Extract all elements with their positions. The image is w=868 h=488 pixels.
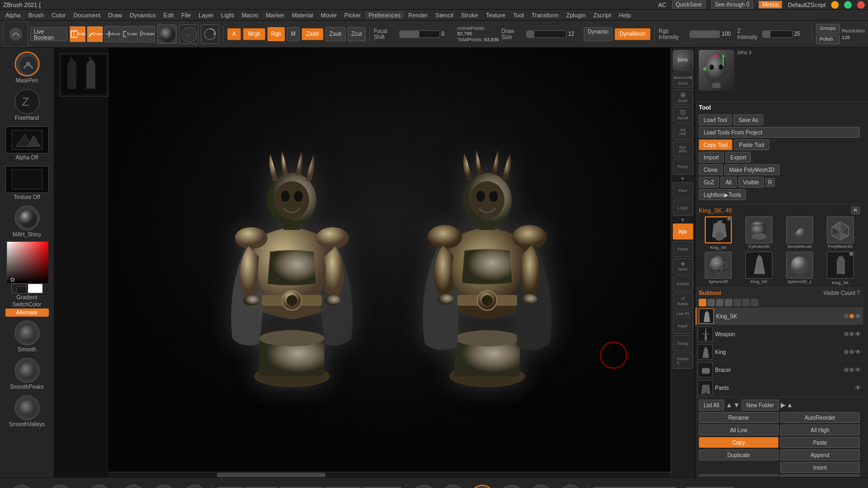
fg-color[interactable] <box>28 284 43 293</box>
texture-item[interactable]: Texture Off <box>2 164 52 202</box>
freehand-brush-item[interactable]: Z FreeHand <box>2 87 52 123</box>
bot-inflat[interactable]: Inflat <box>182 485 208 489</box>
rgb-intensity-slider[interactable] <box>690 30 720 38</box>
subtool-icon-1[interactable] <box>699 299 706 306</box>
tool-item-cylinder[interactable]: Cylinder3D <box>739 216 778 250</box>
rename-btn[interactable]: Rename <box>699 412 778 423</box>
menu-transform[interactable]: Transform <box>528 11 562 19</box>
persp-btn[interactable]: Persp <box>673 158 693 175</box>
move-nav-btn[interactable]: ✥ Move <box>673 258 693 274</box>
liveboolean-btn[interactable]: Live Boolean <box>30 27 68 41</box>
load-tools-project-btn[interactable]: Load Tools From Project <box>699 127 860 138</box>
win-max-btn[interactable] <box>844 1 852 9</box>
subtool-dot-k2[interactable] <box>850 350 854 354</box>
frame-btn[interactable]: Frame <box>673 241 693 257</box>
subtool-king-sk[interactable]: King_SK 👁 <box>695 307 863 325</box>
smoothpeaks-brush-item[interactable]: SmoothPeaks <box>2 356 52 391</box>
canvas-scrollbar-h[interactable] <box>108 472 671 477</box>
tool-item-king3[interactable]: 5 King_SK <box>821 252 860 285</box>
menu-dynamics[interactable]: Dynamics <box>126 11 159 19</box>
subtool-icon-5[interactable] <box>733 299 741 306</box>
viewport[interactable] <box>108 48 671 477</box>
color-swatch-area[interactable] <box>7 241 48 282</box>
load-tool-btn[interactable]: Load Tool <box>699 114 732 125</box>
subtool-icon-4[interactable] <box>725 299 732 306</box>
maskpen-brush-item[interactable]: MaskPen <box>2 50 52 85</box>
menu-preferences[interactable]: Preferences <box>365 11 404 19</box>
focal-shift-slider[interactable] <box>399 30 440 38</box>
bpr-btn[interactable]: BPR <box>673 50 693 70</box>
bot-standard[interactable]: Standard <box>411 485 437 489</box>
bot-selectlasso[interactable]: SelectLasso <box>557 485 584 489</box>
menu-edit[interactable]: Edit <box>160 11 177 19</box>
down-arrow[interactable]: ▼ <box>733 401 740 409</box>
bot-trimdynamic[interactable]: TrimDynamic <box>150 485 178 489</box>
scale-btn[interactable]: Scale <box>122 26 138 42</box>
menu-tool[interactable]: Tool <box>510 11 527 19</box>
bot-curvesnap[interactable]: CurveStrapSnap <box>81 485 118 489</box>
up-arrow[interactable]: ▲ <box>726 401 732 409</box>
folder-right-arrow[interactable]: ▶ <box>781 401 786 409</box>
append-btn[interactable]: Append <box>780 450 860 460</box>
polish-btn[interactable]: Polish <box>816 35 840 44</box>
color-picker[interactable]: Gradient SwitchColor Alternate <box>2 241 52 317</box>
zadd-btn[interactable]: Zadd <box>302 28 324 40</box>
dynamic3-btn[interactable]: Dynamic <box>673 352 693 369</box>
dynamic-mode-btn[interactable]: Dynamic <box>673 141 693 157</box>
subtool-dot-w2[interactable] <box>850 332 854 336</box>
del-other-btn[interactable]: Del Other <box>780 474 860 477</box>
xyz-btn[interactable]: Xyz <box>673 223 693 240</box>
all-low-btn[interactable]: All Low <box>699 425 778 435</box>
bot-maskrect[interactable]: MaskRect <box>499 485 525 489</box>
edit-btn[interactable]: Edit <box>69 26 86 42</box>
tool-item-simplebrush[interactable]: SimpleBrush <box>780 216 819 250</box>
alpha-item[interactable]: Alpha Off <box>2 125 52 162</box>
alternate-btn[interactable]: Alternate <box>5 309 49 317</box>
list-all-btn[interactable]: List All <box>699 400 724 410</box>
smooth-brush-item[interactable]: Smooth <box>2 319 52 354</box>
menu-stroke[interactable]: Stroke <box>458 11 482 19</box>
mrgb-btn[interactable]: Mrgb <box>243 28 265 40</box>
copy-tool-btn[interactable]: Copy Tool <box>699 139 732 150</box>
menu-movie[interactable]: Movie <box>317 11 340 19</box>
win-min-btn[interactable] <box>831 1 839 9</box>
subtool-dot1[interactable] <box>844 314 848 318</box>
polyf-btn[interactable]: PolyF <box>673 318 693 334</box>
autoreorder-btn[interactable]: AutoReorder <box>780 412 860 423</box>
goz-btn[interactable]: GoZ <box>699 177 719 188</box>
subtool-dot-w1[interactable] <box>844 332 848 336</box>
scroll-btn[interactable]: ⟸⟹ Scroll <box>673 72 693 88</box>
smoothvalleys-brush-item[interactable]: SmoothValleys <box>2 394 52 429</box>
menu-brush[interactable]: Brush <box>25 11 47 19</box>
subtool-bracer[interactable]: Bracer 👁 <box>695 361 863 379</box>
aahalf-btn[interactable]: AAHalf <box>673 124 693 140</box>
win-close-btn[interactable] <box>857 1 865 9</box>
menu-material[interactable]: Material <box>289 11 316 19</box>
bot-mahcut-b[interactable]: MAHcut Mech B <box>43 485 78 489</box>
zoomd-btn[interactable]: ZoomD <box>673 275 693 292</box>
subtool-dot-b2[interactable] <box>850 368 854 372</box>
menu-zplugin[interactable]: Zplugin <box>563 11 589 19</box>
menu-render[interactable]: Render <box>405 11 431 19</box>
collapse-arrow2[interactable]: ▼ <box>678 217 688 222</box>
maskpen-large-icon[interactable] <box>3 21 28 47</box>
groups-btn[interactable]: Groups <box>816 24 840 34</box>
subtool-eye-weapon[interactable]: 👁 <box>855 331 861 337</box>
all-high-btn[interactable]: All High <box>780 425 860 435</box>
menu-picker[interactable]: Picker <box>341 11 365 19</box>
all-btn[interactable]: All <box>720 177 736 188</box>
delete-btn[interactable]: Delete <box>699 474 778 477</box>
paste-tool-btn[interactable]: Paste Tool <box>734 139 769 150</box>
lightbox-tools-btn[interactable]: Lightbox▶Tools <box>699 189 746 200</box>
clone-btn[interactable]: Clone <box>699 164 723 175</box>
save-as-btn[interactable]: Save As <box>733 114 763 125</box>
menu-marker[interactable]: Marker <box>263 11 288 19</box>
bot-slicecurve[interactable]: SliceCurve <box>120 485 146 489</box>
material-item[interactable]: MAH_Shiny <box>2 204 52 239</box>
bg-color[interactable] <box>11 284 27 293</box>
menu-macro[interactable]: Macro <box>238 11 261 19</box>
rotate-btn[interactable]: Rotate <box>139 26 155 42</box>
subtool-icon-6[interactable] <box>742 299 750 306</box>
seethrough-btn[interactable]: See-through 0 <box>711 1 753 9</box>
menu-zscript[interactable]: Zscript <box>590 11 615 19</box>
